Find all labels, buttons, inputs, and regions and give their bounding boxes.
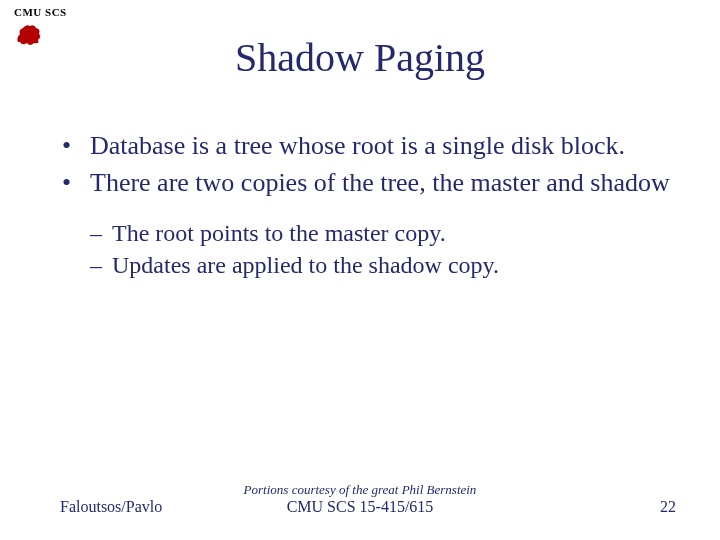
bullet-item: Database is a tree whose root is a singl… [60, 130, 670, 161]
slide-title: Shadow Paging [0, 34, 720, 81]
footer-credit: Portions courtesy of the great Phil Bern… [0, 482, 720, 498]
footer-center: Portions courtesy of the great Phil Bern… [0, 482, 720, 516]
bullet-list: Database is a tree whose root is a singl… [60, 130, 670, 198]
page-number: 22 [660, 498, 676, 516]
slide-content: Database is a tree whose root is a singl… [60, 130, 670, 282]
sub-bullet-item: Updates are applied to the shadow copy. [90, 250, 670, 280]
bullet-item: There are two copies of the tree, the ma… [60, 167, 670, 198]
sub-bullet-list: The root points to the master copy. Upda… [90, 218, 670, 280]
header-label: CMU SCS [14, 6, 67, 18]
sub-bullet-item: The root points to the master copy. [90, 218, 670, 248]
footer-course: CMU SCS 15-415/615 [0, 498, 720, 516]
